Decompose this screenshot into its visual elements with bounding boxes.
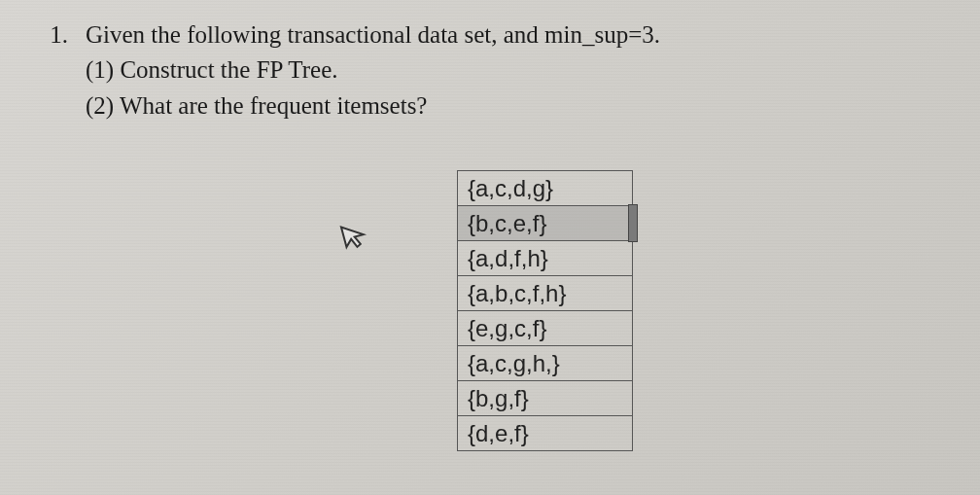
table-cell[interactable]: {a,b,c,f,h} <box>458 276 633 311</box>
table-cell[interactable]: {d,e,f} <box>458 416 633 451</box>
table-cell[interactable]: {a,d,f,h} <box>458 241 633 276</box>
question-number: 1. <box>39 18 68 124</box>
table-row[interactable]: {d,e,f} <box>458 416 633 451</box>
table-row[interactable]: {a,c,d,g} <box>458 171 633 206</box>
table-row[interactable]: {b,c,e,f} <box>458 206 633 241</box>
question-sub2: (2) What are the frequent itemsets? <box>86 88 941 124</box>
table-cell[interactable]: {a,c,d,g} <box>458 171 633 206</box>
table-row[interactable]: {a,d,f,h} <box>458 241 633 276</box>
table-row[interactable]: {a,c,g,h,} <box>458 346 633 381</box>
question-prompt: Given the following transactional data s… <box>86 18 941 53</box>
table-cell[interactable]: {b,g,f} <box>458 381 633 416</box>
table-cell[interactable]: {b,c,e,f} <box>458 206 633 241</box>
mouse-cursor-icon <box>338 219 369 250</box>
table-row[interactable]: {e,g,c,f} <box>458 311 633 346</box>
question-block: 1. Given the following transactional dat… <box>39 18 941 124</box>
question-text: Given the following transactional data s… <box>86 18 941 124</box>
transaction-table-wrap: {a,c,d,g}{b,c,e,f}{a,d,f,h}{a,b,c,f,h}{e… <box>457 170 633 451</box>
table-cell[interactable]: {a,c,g,h,} <box>458 346 633 381</box>
table-cell[interactable]: {e,g,c,f} <box>458 311 633 346</box>
question-sub1: (1) Construct the FP Tree. <box>86 53 941 88</box>
table-row[interactable]: {b,g,f} <box>458 381 633 416</box>
table-row[interactable]: {a,b,c,f,h} <box>458 276 633 311</box>
question-content: 1. Given the following transactional dat… <box>0 0 980 124</box>
transaction-table: {a,c,d,g}{b,c,e,f}{a,d,f,h}{a,b,c,f,h}{e… <box>457 170 633 451</box>
